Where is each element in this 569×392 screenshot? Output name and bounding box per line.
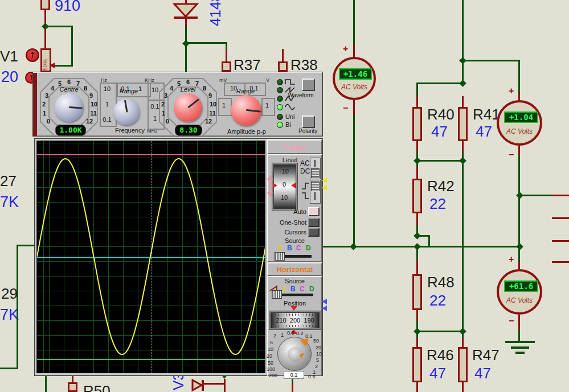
resistor-value: 47 — [476, 124, 492, 139]
dial-tick: 50 — [313, 339, 319, 344]
auto-label: Auto — [286, 209, 306, 215]
resistor-r41[interactable] — [458, 107, 468, 141]
wire — [44, 28, 46, 49]
wire — [46, 26, 73, 27]
meter-minus: − — [509, 316, 514, 325]
resistor-r42[interactable] — [412, 179, 422, 213]
channel-a-marker-icon — [322, 185, 327, 191]
channel-a-label: A — [281, 286, 286, 292]
scale-tick: 2 — [158, 101, 167, 108]
trigger-source-slider-knob[interactable] — [275, 252, 285, 261]
switch-knob — [311, 181, 320, 191]
scope-screen — [36, 141, 265, 373]
dial-tick: 10 — [316, 352, 322, 357]
wire — [462, 382, 464, 392]
meter-unit-label: AC Volts — [502, 127, 537, 135]
bi-led — [277, 122, 283, 128]
dial-tick: 20 — [267, 354, 272, 359]
panel-left-edge — [33, 73, 37, 136]
value-label-7k: 7K — [0, 195, 19, 210]
component-pin — [552, 217, 569, 219]
cursors-label: Cursors — [279, 229, 306, 236]
waveform-button[interactable] — [302, 79, 315, 91]
horizontal-title: Horizontal — [267, 265, 322, 274]
resistor-r47[interactable] — [458, 347, 468, 382]
auto-button[interactable] — [308, 207, 320, 216]
scale-tick: 11 — [208, 110, 217, 117]
scale-tick: 10 — [89, 101, 99, 108]
resistor-r37[interactable] — [222, 61, 231, 72]
wire — [185, 46, 187, 72]
diode-symbol[interactable] — [191, 379, 206, 392]
dial-tick: 0.5 — [308, 374, 316, 379]
level-pointer-icon — [273, 183, 277, 188]
waveform-button-label: Waveform — [285, 93, 317, 98]
scale-tick: 12 — [85, 118, 94, 125]
dial-tick: 0.5 — [287, 331, 294, 336]
channel-b-marker-icon — [322, 299, 327, 304]
ac-voltmeter[interactable] — [497, 269, 542, 315]
ac-label: AC — [300, 160, 310, 167]
dial-tick: 0.2 — [296, 331, 304, 336]
resistor-910[interactable] — [40, 0, 50, 10]
pot-percست: 50% — [42, 59, 48, 71]
timebase-readout: 0.1 — [284, 371, 304, 379]
wheel-ticks — [272, 313, 318, 316]
cursors-button[interactable] — [308, 228, 320, 237]
resistor-value: 47 — [431, 124, 448, 139]
range-tick: 1 — [263, 102, 272, 109]
meter-reading: +61.6 — [504, 280, 538, 292]
horizontal-source-slider-knob[interactable] — [272, 290, 282, 299]
wire — [292, 383, 293, 392]
channel-d-label: D — [306, 245, 311, 251]
one-shot-button[interactable] — [308, 218, 320, 227]
switch-knob — [311, 168, 320, 178]
centre-display: 1.00K — [55, 125, 86, 136]
channel-b-marker-icon — [322, 306, 327, 311]
position-pointer-icon — [290, 306, 297, 311]
amplitude-caption: Amplitude p-p — [222, 129, 271, 135]
ac-dc-switch[interactable] — [310, 158, 321, 179]
bi-label: Bi — [285, 122, 291, 128]
rotate-probe-icon[interactable]: ↑ — [26, 48, 39, 62]
wire — [226, 49, 227, 61]
wire — [552, 195, 569, 196]
level-pointer-icon — [291, 183, 296, 188]
polarity-button[interactable] — [302, 115, 315, 128]
resistor-r48[interactable] — [412, 274, 422, 310]
resistor-r46[interactable] — [412, 347, 422, 382]
level-tick: -10 — [273, 168, 295, 175]
ref-label-r29: 29 — [1, 286, 18, 301]
dial-tick: 50 — [268, 361, 273, 366]
wire — [54, 65, 73, 67]
resistor-r50[interactable] — [68, 382, 77, 392]
channel-b-label: B — [290, 286, 296, 292]
wire — [416, 167, 418, 179]
wheel-ticks — [272, 325, 318, 327]
channel-c-label: C — [296, 245, 301, 251]
wire — [416, 84, 418, 96]
resistor-r38[interactable] — [278, 61, 288, 72]
wire — [0, 368, 18, 369]
position-wheel[interactable]: 210 200 190 — [271, 312, 320, 328]
resistor-r38-ref: R38 — [290, 57, 318, 72]
sawtooth-wave-led — [277, 87, 283, 93]
ac-voltmeter[interactable] — [497, 100, 542, 146]
resistor-r40[interactable] — [412, 107, 422, 141]
channel-d-label: D — [309, 286, 314, 292]
uni-label: Uni — [285, 114, 295, 120]
drag-arrow-icon — [267, 192, 273, 197]
one-shot-label: One-Shot — [277, 220, 306, 226]
component-pin — [552, 261, 569, 263]
wire — [518, 146, 520, 155]
wire — [518, 315, 520, 329]
resistor-ref: R48 — [427, 275, 455, 290]
meter-minus: − — [509, 150, 514, 159]
channel-a-marker-icon — [322, 178, 327, 183]
wire — [17, 245, 18, 369]
amp-range-label: Range — [231, 88, 260, 94]
edge-select-switch[interactable] — [310, 180, 321, 204]
wire — [185, 42, 227, 44]
wire — [518, 60, 520, 93]
diode-symbol[interactable] — [173, 3, 199, 19]
